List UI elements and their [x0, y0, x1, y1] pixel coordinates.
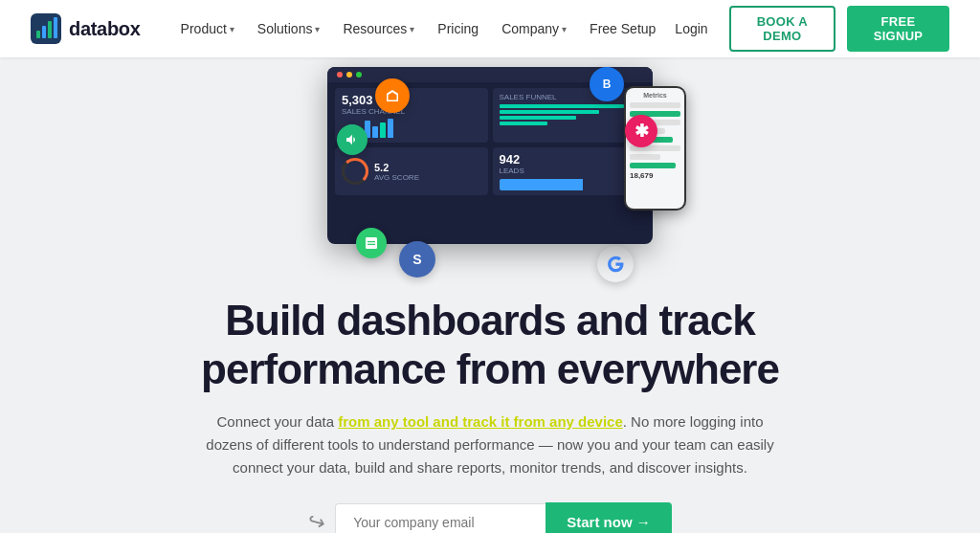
funnel-visual: [500, 104, 639, 125]
dashboard-visual: 5,303 SALES CHANNEL SALES FUNNEL: [260, 67, 720, 287]
free-signup-button[interactable]: FREE SIGNUP: [847, 6, 949, 52]
chevron-down-icon: ▾: [315, 24, 320, 34]
metric-3-label: AVG SCORE: [374, 173, 419, 182]
nav-item-free-setup[interactable]: Free Setup: [580, 15, 665, 42]
nav-solutions-label: Solutions: [257, 21, 313, 36]
gauge-card: 5.2 AVG SCORE: [335, 147, 488, 195]
hero-text-block: Build dashboards and track performance f…: [193, 297, 787, 502]
metric-1-value: 5,303: [342, 93, 481, 107]
window-dot-yellow: [346, 72, 352, 78]
funnel-level-1: [500, 104, 625, 108]
navbar: databox Product ▾ Solutions ▾ Resources …: [0, 0, 980, 57]
window-dot-green: [356, 72, 362, 78]
nav-resources-label: Resources: [343, 21, 407, 36]
metric-1-label: SALES CHANNEL: [342, 107, 481, 116]
metric-2-label: LEADS: [500, 167, 639, 175]
hero-title-line1: Build dashboards and track: [225, 297, 754, 344]
salesforce-icon: S: [399, 241, 435, 278]
phone-metric-value: 18,679: [630, 171, 680, 180]
phone-device: Metrics 18,679: [624, 86, 686, 211]
login-button[interactable]: Login: [665, 15, 717, 42]
nav-pricing-label: Pricing: [437, 21, 479, 36]
logo[interactable]: databox: [31, 13, 141, 44]
brand-name: databox: [69, 18, 141, 40]
email-input[interactable]: [335, 503, 546, 533]
cta-row: ↪ Start now →: [308, 502, 672, 533]
subtitle-highlight: from any tool and track it from any devi…: [338, 413, 623, 430]
window-dot-red: [337, 72, 343, 78]
chevron-down-icon: ▾: [562, 24, 567, 34]
metric-card-2: 942 LEADS: [493, 147, 646, 195]
hero-title-line2: performance from everywhere: [201, 345, 779, 392]
phone-row-8: [630, 163, 676, 168]
funnel-card: SALES FUNNEL: [493, 88, 646, 143]
arrow-hint-icon: ↪: [305, 508, 328, 533]
metric-3-value: 5.2: [374, 162, 419, 173]
nav-item-solutions[interactable]: Solutions ▾: [248, 15, 330, 42]
chevron-down-icon: ▾: [230, 24, 234, 34]
funnel-level-4: [500, 122, 548, 125]
google-ads-icon: B: [590, 67, 624, 101]
phone-row-7: [630, 154, 660, 160]
nav-item-resources[interactable]: Resources ▾: [333, 15, 424, 42]
nav-free-setup-label: Free Setup: [590, 21, 656, 36]
start-now-button[interactable]: Start now →: [546, 502, 672, 533]
hero-section: 5,303 SALES CHANNEL SALES FUNNEL: [0, 57, 980, 533]
phone-app-label: Metrics: [630, 92, 680, 99]
svg-rect-2: [42, 26, 46, 38]
gauge-info: 5.2 AVG SCORE: [374, 162, 419, 182]
chevron-down-icon: ▾: [410, 24, 414, 34]
nav-links: Product ▾ Solutions ▾ Resources ▾ Pricin…: [171, 15, 666, 42]
progress-bar: [500, 179, 639, 190]
nav-company-label: Company: [501, 21, 559, 36]
volume-icon: [337, 124, 368, 155]
bar-6: [380, 122, 386, 138]
nav-item-pricing[interactable]: Pricing: [428, 15, 488, 42]
google-sheets-icon: [356, 228, 387, 258]
svg-rect-4: [54, 17, 57, 38]
funnel-level-3: [500, 116, 576, 120]
nav-item-product[interactable]: Product ▾: [171, 15, 244, 42]
hero-title: Build dashboards and track performance f…: [193, 297, 787, 393]
logo-icon: [31, 13, 61, 44]
funnel-level-2: [500, 110, 600, 114]
phone-screen: Metrics 18,679: [626, 88, 684, 209]
gauge-visual: [342, 158, 368, 185]
asterisk-icon: ✱: [625, 115, 657, 147]
svg-rect-1: [36, 31, 40, 38]
hero-subtitle: Connect your data from any tool and trac…: [193, 411, 787, 479]
nav-item-company[interactable]: Company ▾: [492, 15, 576, 42]
bar-7: [388, 119, 393, 138]
nav-product-label: Product: [181, 21, 227, 36]
analytics-icon: [375, 78, 410, 113]
nav-actions: Login BOOK A DEMO FREE SIGNUP: [665, 6, 949, 52]
bar-5: [372, 126, 378, 138]
book-demo-button[interactable]: BOOK A DEMO: [729, 6, 835, 52]
metric-2-value: 942: [500, 152, 639, 167]
google-icon: [597, 246, 634, 282]
phone-row-1: [630, 102, 680, 108]
svg-rect-3: [48, 21, 52, 38]
subtitle-before: Connect your data: [216, 413, 338, 430]
